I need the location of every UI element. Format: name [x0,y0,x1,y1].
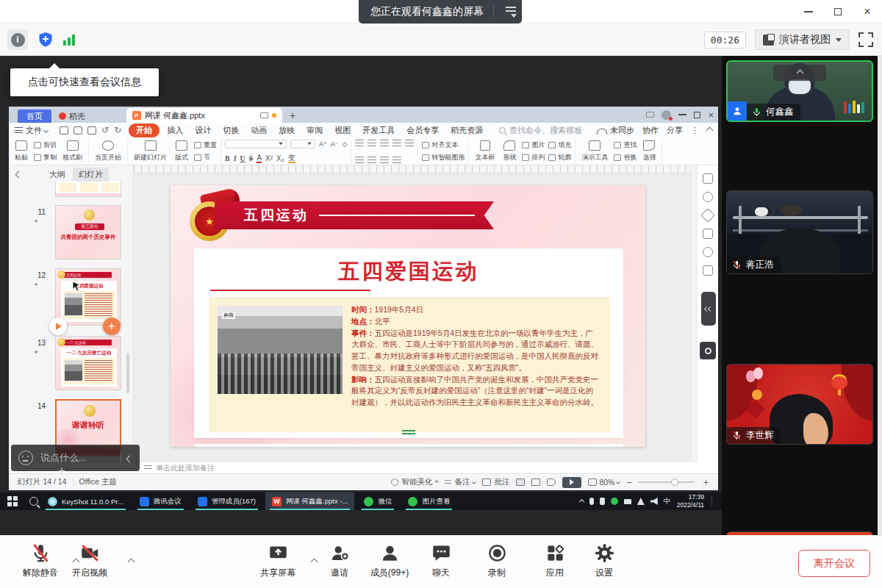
underline-button[interactable]: U [240,154,245,162]
record-widget[interactable] [700,342,716,359]
ime-indicator[interactable]: 中 [664,496,671,506]
taskbar-app-wps[interactable]: W网课 何鑫鑫.pptx -... [265,492,354,510]
find-button[interactable]: 查找 [614,140,637,150]
zoom-slider[interactable] [639,481,695,483]
taskbar-app-keyshot[interactable]: KeyShot 11.0.0 Pr... [41,492,130,510]
notes-area[interactable]: 单击此处添加备注 [134,462,697,473]
show-desktop-button[interactable] [711,495,716,507]
menu-docer-res[interactable]: 稻壳资源 [445,125,489,136]
justify-icon[interactable] [392,157,401,163]
start-button[interactable] [7,496,18,506]
beautify-button[interactable]: 智能美化 [391,477,438,487]
menu-slideshow[interactable]: 放映 [273,125,301,136]
font-size-select[interactable] [290,140,315,148]
menu-insert[interactable]: 插入 [161,125,189,136]
replace-button[interactable]: 替换 [614,153,637,162]
canvas-scrollbar[interactable] [690,165,697,462]
tray-wifi-icon[interactable] [637,498,645,505]
video-options-chevron[interactable] [128,559,135,566]
thumbnail-slide10-partial[interactable] [55,182,121,197]
new-slide-button[interactable]: 新建幻灯片 [132,140,169,163]
leave-meeting-button[interactable]: 离开会议 [798,550,870,577]
network-signal-icon[interactable] [63,34,75,46]
command-search[interactable]: 查找命令、搜索模板 [499,125,582,136]
italic-button[interactable]: I [234,154,237,162]
collab-button[interactable]: 协作 [642,125,659,136]
unmute-button[interactable]: 解除静音 [12,543,68,579]
taskbar-search-icon[interactable] [29,497,38,506]
taskbar-app-wechat[interactable]: 微信 [357,492,398,510]
section-button[interactable]: 节 [194,153,217,162]
copy-button[interactable]: 复制 [34,153,57,162]
more-menu-icon[interactable]: ⋮ [691,126,699,135]
chat-collapse-icon[interactable] [127,451,132,465]
tray-wechat-icon[interactable] [611,498,618,505]
menu-devtools[interactable]: 开发工具 [356,125,401,136]
banner-menu-icon[interactable] [500,0,522,24]
cast-icon[interactable] [646,112,654,118]
align-right-icon[interactable] [380,157,389,163]
start-video-button[interactable]: 开启视频 [62,543,118,579]
view-mode-select[interactable]: 演讲者视图 [755,29,850,50]
play-from-current-button[interactable]: 当页开始 [93,140,123,163]
align-center-icon[interactable] [368,157,376,163]
tab-home[interactable]: 首页 [18,110,51,123]
panel-expand-toggle[interactable] [701,292,716,326]
participant-tile-3[interactable]: 李世辉 [726,364,873,445]
font-name-select[interactable] [225,140,287,148]
share-button[interactable]: 分享 [667,125,683,136]
taskbar-app-imageviewer[interactable]: 图片查看 [401,492,456,510]
emoji-icon[interactable] [18,451,33,465]
record-button[interactable]: 录制 [469,543,525,579]
align-text-button[interactable]: 对齐文本 [422,140,465,150]
menu-member[interactable]: 会员专享 [401,125,445,136]
to-smartart-button[interactable]: 转智能图形 [422,153,465,162]
watching-banner[interactable]: 您正在观看何鑫鑫的屏幕 [359,0,522,24]
shrink-font-button[interactable]: A⁻ [331,140,339,148]
menu-design[interactable]: 设计 [189,125,217,136]
sync-status[interactable]: 未同步 [597,125,634,136]
share-screen-button[interactable]: 共享屏幕 [250,543,306,579]
align-left-icon[interactable] [355,157,364,163]
new-tab-button[interactable]: + [290,108,295,123]
cut-button[interactable]: 剪切 [34,140,57,150]
feedback-icon[interactable] [703,265,713,276]
collapse-ribbon-icon[interactable] [706,126,714,134]
taskbar-app-members[interactable]: 管理成员(167) [191,492,262,510]
taskbar-app-meeting[interactable]: 腾讯会议 [133,492,188,510]
help-icon[interactable] [703,247,713,257]
theme-name[interactable]: Office 主题 [79,477,117,487]
collapse-panel-icon[interactable] [15,171,23,178]
chat-placeholder[interactable]: 说点什么... [40,451,121,465]
textbox-button[interactable]: 文本框 [473,140,497,163]
clock[interactable]: 17:392022/4/11 [677,493,704,509]
menu-review[interactable]: 审阅 [301,125,329,136]
outline-tab[interactable]: 大纲 [49,169,65,180]
reset-button[interactable]: 重置 [194,140,217,150]
paste-button[interactable]: 粘贴 [12,140,30,163]
beautify-icon[interactable] [700,208,715,223]
tray-mic-icon[interactable] [589,498,594,505]
menu-animation[interactable]: 动画 [245,125,273,136]
account-avatar[interactable] [662,110,671,120]
zoom-out-button[interactable]: − [626,477,632,488]
current-slide[interactable]: ★ 五四运动 五四爱国运动 界商 时间：1919年5月4日 [171,185,645,447]
present-tools-button[interactable]: 演示工具 [579,140,610,163]
arrange-button[interactable]: 排列 [522,153,545,162]
bullet-list-icon[interactable] [355,140,364,146]
clear-format-button[interactable]: ◇ [343,140,348,148]
tab-document[interactable]: P 网课 何鑫鑫.pptx [126,108,282,123]
chat-button[interactable]: 聊天 [413,543,469,579]
wps-maximize-icon[interactable] [694,112,700,118]
material-icon[interactable] [703,192,713,202]
quick-access-toolbar[interactable]: ↺↻ [60,126,121,135]
fullscreen-button[interactable] [858,32,873,47]
comments-button[interactable]: 批注 [482,477,509,487]
font-color-button[interactable]: A [257,154,262,163]
members-button[interactable]: 成员(99+) [362,543,417,579]
subscript-button[interactable]: X₂ [276,154,284,162]
indent-increase-icon[interactable] [392,140,401,146]
chat-quick-input[interactable]: 说点什么... + [11,445,140,471]
maximize-button[interactable] [823,0,853,24]
notes-toggle[interactable]: 备注 [445,477,476,487]
